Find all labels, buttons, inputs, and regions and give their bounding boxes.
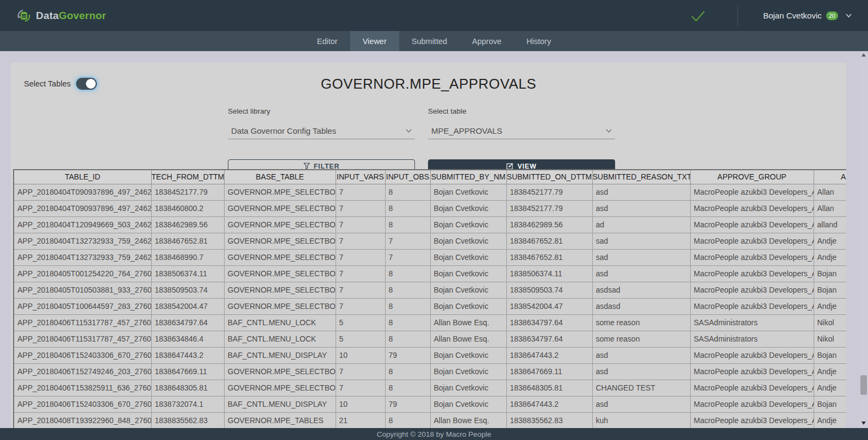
table-cell: 1838542004.47	[506, 298, 592, 314]
table-cell: 1838732074.1	[151, 396, 224, 412]
table-cell: Bojan	[814, 282, 846, 298]
table-cell: 1838462989.56	[506, 216, 592, 233]
column-header[interactable]: INPUT_VARS	[336, 170, 385, 184]
column-header[interactable]: BASE_TABLE	[224, 170, 336, 184]
column-header[interactable]: SUBMITTED_ON_DTTM	[506, 170, 592, 184]
table-cell: Allan Bowe Esq.	[430, 314, 506, 331]
table-cell: MacroPeople azukbi3 Developers_A	[690, 282, 814, 298]
tab-viewer[interactable]: Viewer	[350, 31, 399, 51]
table-cell: 7	[336, 282, 385, 298]
table-cell: 8	[385, 200, 430, 216]
library-label: Select library	[228, 107, 415, 115]
tab-approve[interactable]: Approve	[460, 31, 514, 51]
table-row[interactable]: APP_20180405T010503881_933_2760183850950…	[14, 282, 846, 298]
table-cell: MacroPeople azukbi3 Developers_A	[690, 396, 814, 412]
table-cell: MacroPeople azukbi3 Developers_A	[690, 380, 814, 396]
tab-submitted[interactable]: Submitted	[399, 31, 460, 51]
table-cell: 1838452177.79	[506, 200, 592, 216]
table-cell: Nikol	[814, 331, 846, 347]
table-row[interactable]: APP_20180406T152749246_203_2760183864766…	[14, 363, 846, 380]
table-cell: 1838460800.2	[151, 200, 224, 216]
user-menu[interactable]: Bojan Cvetkovic 20	[763, 11, 852, 20]
scroll-up-arrow-icon[interactable]	[859, 51, 868, 59]
table-cell: APP_20180404T120949669_503_2462	[14, 216, 151, 233]
table-cell: Bojan Cvetkovic	[430, 184, 506, 200]
table-cell: APP_20180404T132732933_759_2462	[14, 233, 151, 249]
table-cell: Andje	[814, 249, 846, 265]
table-header-row: TABLE_IDTECH_FROM_DTTMBASE_TABLEINPUT_VA…	[14, 170, 846, 184]
table-cell: 79	[385, 347, 430, 363]
table-row[interactable]: APP_20180406T115317787_457_2760183863484…	[14, 331, 846, 347]
column-header[interactable]: SUBMITTED_BY_NM	[430, 170, 506, 184]
table-cell: Nikol	[814, 314, 846, 331]
scrollbar-thumb[interactable]	[860, 375, 867, 395]
tab-history[interactable]: History	[514, 31, 563, 51]
column-header[interactable]: APPROVE_GROUP	[690, 170, 814, 184]
table-cell: Bojan Cvetkovic	[430, 249, 506, 265]
table-cell: 21	[336, 412, 385, 428]
table-cell: 1838452177.79	[506, 184, 592, 200]
table-cell: 1838506374.11	[506, 265, 592, 282]
table-cell: APP_20180405T001254220_764_2760	[14, 265, 151, 282]
table-cell: 7	[336, 200, 385, 216]
data-table: TABLE_IDTECH_FROM_DTTMBASE_TABLEINPUT_VA…	[13, 169, 846, 428]
table-label: Select table	[428, 107, 615, 115]
table-cell: BAF_CNTL.MENU_LOCK	[224, 314, 336, 331]
column-header[interactable]: INPUT_OBS	[385, 170, 430, 184]
tab-editor[interactable]: Editor	[305, 31, 350, 51]
table-cell: MacroPeople azukbi3 Developers_A	[690, 233, 814, 249]
table-cell: ad	[592, 216, 690, 233]
scroll-down-arrow-icon[interactable]	[859, 419, 868, 427]
column-header[interactable]: TABLE_ID	[14, 170, 151, 184]
column-header[interactable]: TECH_FROM_DTTM	[151, 170, 224, 184]
library-select[interactable]: Data Governor Config Tables	[228, 123, 415, 139]
table-select[interactable]: MPE_APPROVALS	[428, 123, 615, 139]
table-row[interactable]: APP_20180406T152403306_670_2760183873207…	[14, 396, 846, 412]
table-cell: 1838509503.74	[506, 282, 592, 298]
table-cell: sad	[592, 249, 690, 265]
copyright-text: Copyright © 2018 by Macro People	[377, 430, 491, 438]
content-area: Select Tables GOVERNOR.MPE_APPROVALS Sel…	[0, 51, 868, 428]
table-cell: 8	[385, 314, 430, 331]
table-row[interactable]: APP_20180404T090937896_497_2462183845217…	[14, 184, 846, 200]
table-row[interactable]: APP_20180406T153825911_636_2760183864830…	[14, 380, 846, 396]
brand-name-data: Data	[36, 10, 59, 21]
column-header[interactable]: A	[814, 170, 846, 184]
table-cell: Andje	[814, 380, 846, 396]
table-cell: 7	[385, 233, 430, 249]
table-cell: 7	[336, 233, 385, 249]
select-chevron-icon	[406, 129, 412, 133]
table-row[interactable]: APP_20180404T090937896_497_2462183846080…	[14, 200, 846, 216]
table-row[interactable]: APP_20180404T132732933_759_2462183846765…	[14, 233, 846, 249]
table-row[interactable]: APP_20180406T152403306_670_2760183864744…	[14, 347, 846, 363]
table-cell: GOVERNOR.MPE_SELECTBOX	[224, 216, 336, 233]
table-cell: some reason	[592, 331, 690, 347]
table-cell: 1838647669.11	[506, 363, 592, 380]
table-row[interactable]: APP_20180404T132732933_759_2462183846899…	[14, 249, 846, 265]
table-cell: 5	[336, 314, 385, 331]
table-row[interactable]: APP_20180404T120949669_503_2462183846298…	[14, 216, 846, 233]
select-chevron-icon	[606, 129, 612, 133]
table-cell: Allan	[814, 200, 846, 216]
table-cell: 8	[385, 298, 430, 314]
table-cell: BAF_CNTL.MENU_LOCK	[224, 331, 336, 347]
table-cell: 1838647443.2	[506, 396, 592, 412]
table-cell: APP_20180405T100644597_283_2760	[14, 298, 151, 314]
column-header[interactable]: SUBMITTED_REASON_TXT	[592, 170, 690, 184]
table-cell: CHANGED TEST	[592, 380, 690, 396]
table-cell: GOVERNOR.MPE_SELECTBOX	[224, 363, 336, 380]
table-cell: 1838835562.83	[151, 412, 224, 428]
table-cell: MacroPeople azukbi3 Developers_A	[690, 184, 814, 200]
table-cell: Bojan Cvetkovic	[430, 298, 506, 314]
table-row[interactable]: APP_20180405T001254220_764_2760183850637…	[14, 265, 846, 282]
table-cell: APP_20180406T152403306_670_2760	[14, 396, 151, 412]
table-cell: GOVERNOR.MPE_SELECTBOX	[224, 233, 336, 249]
table-row[interactable]: APP_20180405T100644597_283_2760183854200…	[14, 298, 846, 314]
vertical-scrollbar[interactable]	[859, 51, 868, 428]
chevron-down-icon	[846, 14, 852, 17]
table-cell: APP_20180408T193922960_848_2760	[14, 412, 151, 428]
table-row[interactable]: APP_20180408T193922960_848_2760183883556…	[14, 412, 846, 428]
table-cell: 1838634797.64	[506, 314, 592, 331]
table-cell: Andje	[814, 233, 846, 249]
table-row[interactable]: APP_20180406T115317787_457_2760183863479…	[14, 314, 846, 331]
